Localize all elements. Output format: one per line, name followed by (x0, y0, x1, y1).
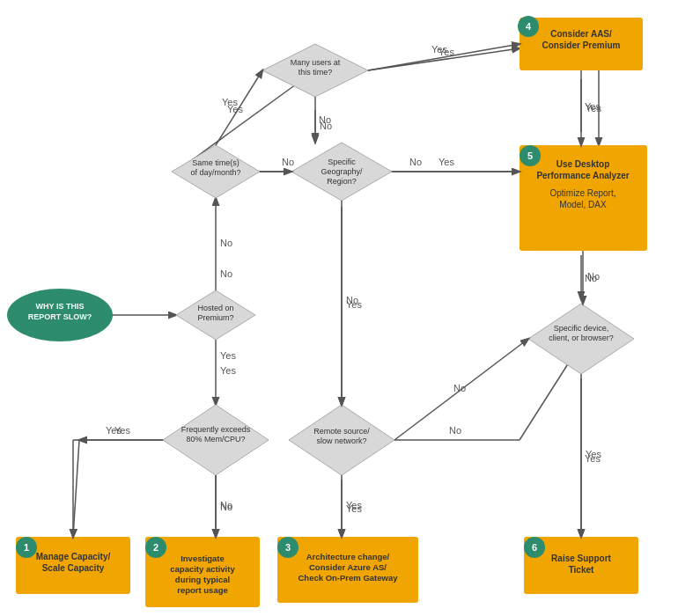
q2-label: Same time(s) (192, 158, 240, 167)
q4-yes-label: Yes (438, 157, 454, 167)
r5-label4: Model, DAX (559, 200, 607, 209)
r2-num: 2 (153, 542, 158, 553)
r6-label: Raise Support (551, 554, 611, 563)
r1-num: 1 (24, 542, 29, 553)
q1-no-label: No (220, 268, 232, 279)
q6-no-label: No (453, 383, 466, 393)
r2-label: Investigate (181, 554, 225, 563)
r4-connect-label: Yes (586, 103, 601, 114)
q5-label: Frequently exceeds (181, 425, 251, 434)
r4-label2: Consider Premium (542, 40, 621, 50)
r5-label3: Optimize Report, (549, 188, 615, 198)
q7-label2: client, or browser? (549, 334, 614, 342)
q3-no-label: No (319, 114, 331, 125)
q7-label: Specific device, (554, 324, 609, 333)
q6-yes-label: Yes (346, 500, 362, 510)
r2-label4: report usage (177, 585, 228, 595)
r6-label2: Ticket (569, 565, 594, 575)
q3-yes-label: Yes (438, 47, 454, 57)
start-label2: REPORT SLOW? (28, 312, 92, 321)
r3-num: 3 (285, 542, 291, 553)
r1-label: Manage Capacity/ (36, 552, 111, 561)
r5-num: 5 (527, 150, 533, 161)
r3-label3: Check On-Prem Gateway (298, 573, 399, 583)
svg-text:No: No (409, 157, 422, 167)
r5-no-label: No (587, 271, 600, 282)
r3-label2: Consider Azure AS/ (309, 562, 387, 572)
q4-label2: Geography/ (321, 167, 363, 176)
start-label: WHY IS THIS (36, 302, 85, 311)
q4-label3: Region? (327, 177, 357, 186)
svg-text:No: No (449, 425, 461, 436)
q1-label: Hosted on (197, 304, 233, 312)
q4-label: Specific (328, 158, 356, 166)
r5-label2: Performance Analyzer (536, 171, 629, 180)
r4-num: 4 (526, 21, 532, 32)
q5-yes-label: Yes (106, 425, 122, 436)
q5-label2: 80% Mem/CPU? (186, 435, 245, 444)
q7-yes-label: Yes (586, 449, 601, 459)
r3-label: Architecture change/ (306, 552, 390, 561)
r1-label2: Scale Capacity (42, 563, 105, 573)
q4-no-label: No (346, 295, 358, 305)
q5-no-label: No (220, 500, 232, 510)
r2-label2: capacity activity (170, 564, 235, 574)
r4-label: Consider AAS/ (550, 29, 612, 39)
r5-label: Use Desktop (556, 159, 610, 169)
svg-text:No: No (220, 238, 232, 248)
q6-label: Remote source/ (313, 427, 370, 436)
q2-label2: of day/month? (190, 168, 240, 177)
svg-line-37 (216, 70, 262, 145)
q3-label2: this time? (298, 68, 333, 77)
svg-text:Yes: Yes (220, 365, 236, 376)
q1-label2: Premium? (197, 313, 233, 322)
r2-label3: during typical (175, 575, 230, 584)
q1-yes-label: Yes (220, 350, 236, 361)
q6-label2: slow network? (316, 436, 366, 445)
r6-num: 6 (532, 542, 537, 553)
svg-line-36 (73, 440, 79, 537)
q3-label: Many users at (291, 58, 341, 67)
q2-yes-label: Yes (222, 97, 238, 107)
svg-text:No: No (282, 157, 294, 167)
